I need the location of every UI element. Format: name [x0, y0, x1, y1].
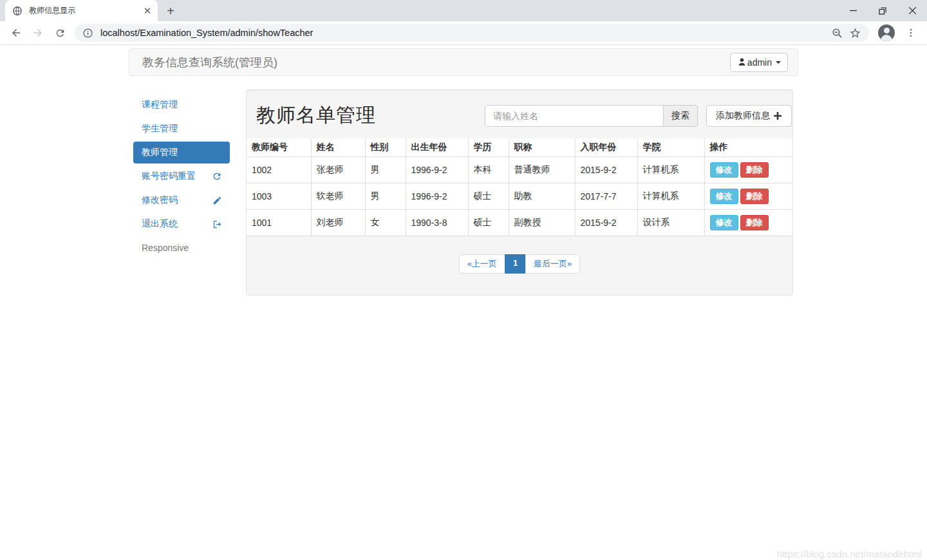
sidebar-item-label: 账号密码重置 [142, 171, 196, 182]
reload-icon [55, 28, 66, 39]
plus-icon [773, 111, 782, 120]
globe-favicon-icon [12, 6, 23, 16]
table-cell: 硕士 [468, 210, 509, 236]
table-cell: 助教 [509, 183, 575, 210]
delete-button[interactable]: 删除 [740, 162, 769, 178]
sidebar-item-teachers[interactable]: 教师管理 [133, 142, 230, 163]
sidebar-item-reset-password[interactable]: 账号密码重置 [133, 165, 230, 187]
page-title: 教师名单管理 [256, 102, 376, 129]
back-arrow-icon [10, 27, 22, 39]
user-name: admin [747, 57, 772, 68]
table-cell: 1990-3-8 [406, 210, 468, 236]
reload-button[interactable] [51, 24, 69, 42]
watermark-text: https://blog.csdn.net/mataodehtml [777, 548, 922, 559]
table-cell: 2017-7-7 [575, 183, 637, 210]
sidebar-item-label: 教师管理 [142, 147, 178, 158]
browser-toolbar: localhost/Examination_System/admin/showT… [0, 21, 927, 45]
table-cell: 1996-9-2 [406, 157, 468, 183]
table-cell: 硕士 [468, 183, 509, 210]
table-actions-cell: 修改删除 [704, 183, 792, 210]
edit-button[interactable]: 修改 [710, 189, 738, 204]
sidebar-item-courses[interactable]: 课程管理 [133, 94, 230, 116]
pagination: «上一页 1 最后一页» [459, 254, 581, 274]
minimize-icon [850, 7, 857, 14]
table-cell: 1996-9-2 [406, 183, 468, 210]
table-actions-cell: 修改删除 [704, 210, 792, 236]
table-cell: 设计系 [637, 210, 704, 236]
table-cell: 刘老师 [311, 210, 365, 236]
pagination-last-button[interactable]: 最后一页» [525, 254, 580, 274]
window-minimize-button[interactable] [838, 0, 868, 21]
pagination-current-page[interactable]: 1 [505, 254, 526, 274]
table-cell: 1001 [247, 210, 311, 236]
browser-menu-button[interactable] [902, 24, 920, 42]
sidebar-item-label: 课程管理 [142, 99, 178, 111]
new-tab-button[interactable]: + [162, 2, 180, 20]
column-header: 学历 [468, 138, 509, 157]
back-button[interactable] [7, 24, 25, 42]
column-header: 出生年份 [406, 138, 468, 157]
user-dropdown-button[interactable]: admin [730, 53, 788, 72]
sidebar-item-change-password[interactable]: 修改密码 [133, 189, 230, 211]
restore-icon [879, 7, 886, 15]
table-cell: 计算机系 [637, 157, 704, 183]
browser-tab[interactable]: 教师信息显示 ✕ [5, 0, 158, 21]
table-cell: 计算机系 [637, 183, 704, 210]
table-cell: 男 [365, 157, 406, 183]
edit-button[interactable]: 修改 [710, 162, 738, 178]
table-cell: 1002 [247, 157, 311, 183]
delete-button[interactable]: 删除 [740, 189, 769, 204]
url-text[interactable]: localhost/Examination_System/admin/showT… [100, 28, 832, 38]
bookmark-star-icon[interactable] [849, 27, 861, 39]
browser-window: 教师信息显示 ✕ + [0, 0, 927, 45]
sidebar-item-label: 退出系统 [142, 218, 178, 230]
column-header: 教师编号 [247, 138, 311, 157]
top-navbar: 教务信息查询系统(管理员) admin [129, 48, 798, 76]
table-cell: 2015-9-2 [575, 157, 637, 183]
close-icon [909, 7, 916, 14]
column-header: 入职年份 [575, 138, 637, 157]
url-bar[interactable]: localhost/Examination_System/admin/showT… [75, 24, 869, 42]
tab-close-icon[interactable]: ✕ [142, 6, 153, 16]
zoom-out-icon[interactable] [832, 28, 843, 39]
pagination-prev-button[interactable]: «上一页 [459, 254, 505, 274]
delete-button[interactable]: 删除 [740, 215, 769, 230]
table-row: 1002张老师男1996-9-2本科普通教师2015-9-2计算机系修改删除 [247, 157, 792, 183]
table-actions-cell: 修改删除 [704, 157, 792, 183]
forward-button[interactable] [29, 24, 47, 42]
app-title: 教务信息查询系统(管理员) [142, 55, 277, 70]
forward-arrow-icon [32, 27, 44, 39]
table-cell: 副教授 [509, 210, 575, 236]
column-header: 职称 [509, 138, 575, 157]
window-close-button[interactable] [897, 0, 927, 21]
column-header: 性别 [365, 138, 406, 157]
search-input[interactable] [485, 105, 664, 127]
sidebar-item-responsive: Responsive [133, 237, 230, 259]
teacher-table: 教师编号姓名性别出生年份学历职称入职年份学院操作 1002张老师男1996-9-… [247, 138, 792, 236]
add-teacher-button[interactable]: 添加教师信息 [706, 105, 792, 127]
profile-avatar[interactable] [878, 24, 895, 41]
sidebar-item-label: 学生管理 [142, 123, 178, 135]
table-cell: 2015-9-2 [575, 210, 637, 236]
browser-tab-bar: 教师信息显示 ✕ + [0, 0, 927, 21]
table-cell: 女 [365, 210, 406, 236]
table-row: 1001刘老师女1990-3-8硕士副教授2015-9-2设计系修改删除 [247, 210, 792, 236]
user-icon [737, 57, 747, 67]
caret-down-icon [776, 61, 781, 64]
refresh-icon [212, 171, 222, 182]
table-cell: 1003 [247, 183, 311, 210]
page-info-icon[interactable] [83, 28, 93, 38]
window-restore-button[interactable] [868, 0, 897, 21]
table-cell: 张老师 [311, 157, 365, 183]
sidebar-nav: 课程管理学生管理教师管理账号密码重置修改密码退出系统Responsive [133, 89, 230, 295]
sidebar-item-logout[interactable]: 退出系统 [133, 213, 230, 235]
table-cell: 软老师 [311, 183, 365, 210]
edit-button[interactable]: 修改 [710, 215, 738, 230]
column-header: 姓名 [311, 138, 365, 157]
table-cell: 男 [365, 183, 406, 210]
kebab-menu-icon [906, 28, 916, 38]
sign-out-icon [212, 219, 222, 229]
sidebar-item-students[interactable]: 学生管理 [133, 118, 230, 140]
page-content: 教务信息查询系统(管理员) admin 课程管理学生管理教师管理账号密码重置修改… [0, 48, 927, 560]
search-button[interactable]: 搜索 [664, 105, 698, 127]
